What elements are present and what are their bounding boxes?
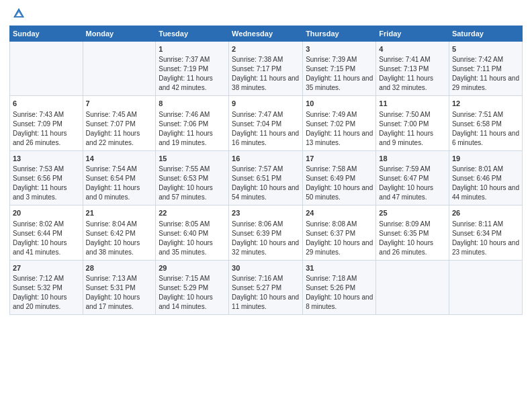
day-number: 16 (232, 154, 300, 164)
day-number: 10 (306, 99, 373, 109)
calendar-cell: 14Sunrise: 7:54 AMSunset: 6:54 PMDayligh… (83, 150, 156, 205)
daylight-text: Daylight: 11 hours and 38 minutes. (232, 75, 299, 91)
sunset-text: Sunset: 6:46 PM (452, 175, 502, 182)
sunrise-text: Sunrise: 7:41 AM (379, 56, 430, 63)
calendar-cell: 29Sunrise: 7:15 AMSunset: 5:29 PMDayligh… (156, 260, 229, 314)
calendar-cell: 25Sunrise: 8:09 AMSunset: 6:35 PMDayligh… (376, 205, 449, 260)
weekday-header: Wednesday (229, 26, 303, 42)
calendar-cell (83, 42, 156, 96)
daylight-text: Daylight: 11 hours and 13 minutes. (306, 130, 373, 146)
daylight-text: Daylight: 11 hours and 16 minutes. (232, 130, 299, 146)
sunset-text: Sunset: 7:15 PM (306, 65, 355, 73)
sunrise-text: Sunrise: 8:01 AM (452, 165, 503, 173)
day-number: 23 (232, 208, 300, 218)
day-number: 12 (452, 99, 519, 109)
sunrise-text: Sunrise: 7:47 AM (232, 111, 283, 118)
sunset-text: Sunset: 6:49 PM (306, 175, 355, 182)
day-number: 31 (306, 263, 373, 273)
daylight-text: Daylight: 10 hours and 8 minutes. (306, 293, 373, 310)
daylight-text: Daylight: 11 hours and 29 minutes. (452, 75, 519, 91)
sunset-text: Sunset: 7:06 PM (159, 120, 208, 128)
sunrise-text: Sunrise: 7:57 AM (232, 165, 283, 173)
calendar-cell: 13Sunrise: 7:53 AMSunset: 6:56 PMDayligh… (10, 150, 83, 205)
daylight-text: Daylight: 11 hours and 0 minutes. (86, 184, 140, 201)
daylight-text: Daylight: 10 hours and 44 minutes. (452, 184, 519, 201)
daylight-text: Daylight: 10 hours and 17 minutes. (86, 293, 140, 310)
day-number: 15 (159, 154, 226, 164)
calendar-cell: 1Sunrise: 7:37 AMSunset: 7:19 PMDaylight… (156, 42, 229, 96)
sunrise-text: Sunrise: 7:13 AM (86, 275, 137, 282)
calendar-cell (376, 260, 449, 314)
sunrise-text: Sunrise: 7:53 AM (13, 165, 64, 173)
daylight-text: Daylight: 10 hours and 50 minutes. (306, 184, 373, 201)
day-number: 29 (159, 263, 226, 273)
sunset-text: Sunset: 7:19 PM (159, 65, 208, 73)
day-number: 19 (452, 154, 519, 164)
sunset-text: Sunset: 6:47 PM (379, 175, 429, 182)
sunrise-text: Sunrise: 7:49 AM (306, 111, 357, 118)
sunrise-text: Sunrise: 7:37 AM (159, 56, 210, 63)
sunrise-text: Sunrise: 7:58 AM (306, 165, 357, 173)
sunrise-text: Sunrise: 7:43 AM (13, 111, 64, 118)
weekday-header: Tuesday (156, 26, 229, 42)
day-number: 18 (379, 154, 446, 164)
day-number: 28 (86, 263, 153, 273)
sunrise-text: Sunrise: 8:09 AM (379, 220, 430, 228)
day-number: 4 (379, 44, 446, 54)
sunset-text: Sunset: 7:13 PM (379, 65, 429, 73)
daylight-text: Daylight: 10 hours and 14 minutes. (159, 293, 213, 310)
daylight-text: Daylight: 10 hours and 38 minutes. (86, 239, 140, 256)
day-number: 27 (13, 263, 80, 273)
day-number: 22 (159, 208, 226, 218)
day-number: 5 (452, 44, 519, 54)
sunrise-text: Sunrise: 8:11 AM (452, 220, 503, 228)
daylight-text: Daylight: 10 hours and 29 minutes. (306, 239, 373, 256)
day-number: 17 (306, 154, 373, 164)
sunrise-text: Sunrise: 7:54 AM (86, 165, 137, 173)
sunset-text: Sunset: 5:27 PM (232, 284, 281, 291)
daylight-text: Daylight: 10 hours and 32 minutes. (232, 239, 299, 256)
weekday-header: Friday (376, 26, 449, 42)
calendar-cell: 7Sunrise: 7:45 AMSunset: 7:07 PMDaylight… (83, 96, 156, 150)
sunset-text: Sunset: 7:11 PM (452, 65, 502, 73)
daylight-text: Daylight: 11 hours and 9 minutes. (379, 130, 433, 146)
daylight-text: Daylight: 11 hours and 26 minutes. (13, 130, 67, 146)
sunset-text: Sunset: 6:44 PM (13, 230, 62, 237)
calendar-cell: 22Sunrise: 8:05 AMSunset: 6:40 PMDayligh… (156, 205, 229, 260)
calendar-cell: 24Sunrise: 8:08 AMSunset: 6:37 PMDayligh… (303, 205, 376, 260)
logo-icon (12, 7, 26, 20)
calendar-cell: 16Sunrise: 7:57 AMSunset: 6:51 PMDayligh… (229, 150, 303, 205)
sunset-text: Sunset: 6:56 PM (13, 175, 62, 182)
daylight-text: Daylight: 10 hours and 26 minutes. (379, 239, 433, 256)
day-number: 11 (379, 99, 446, 109)
sunrise-text: Sunrise: 7:39 AM (306, 56, 357, 63)
day-number: 3 (306, 44, 373, 54)
page-header (9, 7, 523, 20)
sunset-text: Sunset: 6:54 PM (86, 175, 136, 182)
daylight-text: Daylight: 10 hours and 20 minutes. (13, 293, 67, 310)
sunrise-text: Sunrise: 7:18 AM (306, 275, 357, 282)
day-number: 30 (232, 263, 300, 273)
calendar-cell: 2Sunrise: 7:38 AMSunset: 7:17 PMDaylight… (229, 42, 303, 96)
daylight-text: Daylight: 10 hours and 57 minutes. (159, 184, 213, 201)
daylight-text: Daylight: 10 hours and 41 minutes. (13, 239, 67, 256)
daylight-text: Daylight: 10 hours and 23 minutes. (452, 239, 519, 256)
day-number: 26 (452, 208, 519, 218)
day-number: 7 (86, 99, 153, 109)
sunset-text: Sunset: 7:07 PM (86, 120, 136, 128)
sunset-text: Sunset: 6:39 PM (232, 230, 281, 237)
sunrise-text: Sunrise: 7:15 AM (159, 275, 210, 282)
sunrise-text: Sunrise: 8:04 AM (86, 220, 137, 228)
calendar-table: SundayMondayTuesdayWednesdayThursdayFrid… (9, 26, 523, 315)
sunset-text: Sunset: 7:09 PM (13, 120, 62, 128)
weekday-header: Sunday (10, 26, 83, 42)
sunset-text: Sunset: 6:42 PM (86, 230, 136, 237)
sunrise-text: Sunrise: 7:38 AM (232, 56, 283, 63)
calendar-cell: 18Sunrise: 7:59 AMSunset: 6:47 PMDayligh… (376, 150, 449, 205)
sunset-text: Sunset: 7:00 PM (379, 120, 429, 128)
weekday-header: Monday (83, 26, 156, 42)
calendar-cell: 15Sunrise: 7:55 AMSunset: 6:53 PMDayligh… (156, 150, 229, 205)
weekday-header: Saturday (449, 26, 522, 42)
daylight-text: Daylight: 11 hours and 35 minutes. (306, 75, 373, 91)
sunset-text: Sunset: 6:40 PM (159, 230, 208, 237)
